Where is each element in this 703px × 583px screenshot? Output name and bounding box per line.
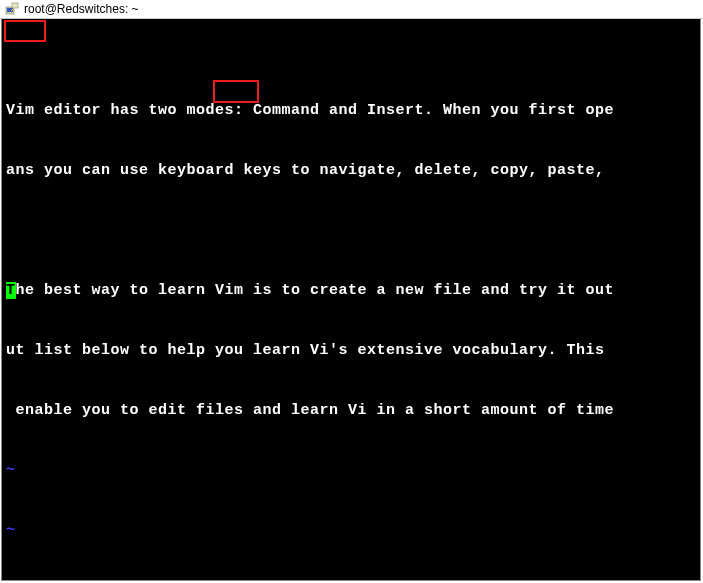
putty-icon bbox=[4, 1, 20, 17]
text-line: The best way to learn Vim is to create a… bbox=[6, 281, 700, 301]
highlight-annotation-2 bbox=[213, 80, 259, 103]
text-line bbox=[6, 221, 700, 241]
window-titlebar: root@Redswitches: ~ bbox=[0, 0, 703, 19]
text-after-cursor: he best way to learn Vim is to create a … bbox=[16, 282, 615, 299]
text-line: Vim editor has two modes: Command and In… bbox=[6, 101, 700, 121]
highlight-annotation-1 bbox=[4, 20, 46, 42]
svg-rect-2 bbox=[12, 3, 18, 8]
cursor: T bbox=[6, 282, 16, 299]
window-title: root@Redswitches: ~ bbox=[24, 2, 139, 16]
terminal-viewport[interactable]: Vim editor has two modes: Command and In… bbox=[1, 19, 701, 581]
text-line: enable you to edit files and learn Vi in… bbox=[6, 401, 700, 421]
empty-line-tilde: ~ bbox=[6, 461, 700, 481]
text-line: ut list below to help you learn Vi's ext… bbox=[6, 341, 700, 361]
empty-line-tilde: ~ bbox=[6, 521, 700, 541]
text-line: ans you can use keyboard keys to navigat… bbox=[6, 161, 700, 181]
